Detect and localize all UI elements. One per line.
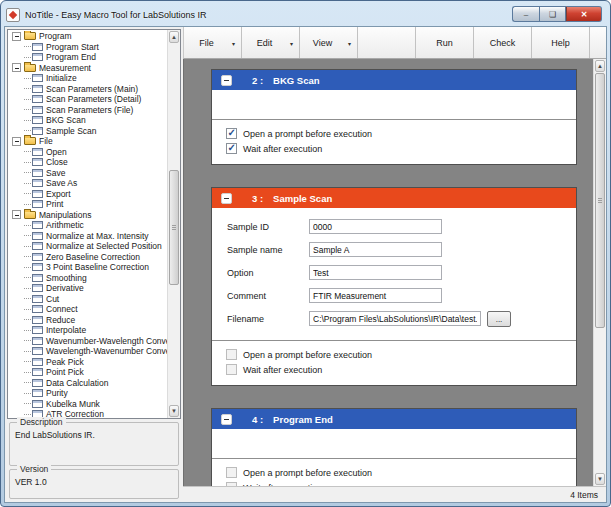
tree-item-reduce[interactable]: Reduce (11, 315, 167, 326)
tree-scrollbar-thumb[interactable] (169, 170, 179, 285)
tree-item-derivative[interactable]: Derivative (11, 283, 167, 294)
tree-item-point-pick[interactable]: Point Pick (11, 367, 167, 378)
maximize-button[interactable]: ❏ (539, 6, 566, 22)
main-scrollbar-thumb[interactable] (595, 73, 605, 328)
wait-after-execution-checkbox[interactable] (226, 143, 237, 154)
tree-item-peak-pick[interactable]: Peak Pick (11, 357, 167, 368)
scroll-up-icon[interactable]: ▲ (595, 60, 605, 72)
toolbar-check-button[interactable]: Check (474, 27, 532, 58)
tree-item-interpolate[interactable]: Interpolate (11, 325, 167, 336)
tree-item-3-point-baseline-correction[interactable]: 3 Point Baseline Correction (11, 262, 167, 273)
minimize-button[interactable]: – (512, 6, 539, 22)
toolbar-edit-button[interactable]: Edit▾ (242, 27, 300, 58)
tree-item-cut[interactable]: Cut (11, 294, 167, 305)
tree-item-wavelength-wavenumber-convert[interactable]: Wavelength-Wavenumber Convert (11, 346, 167, 357)
field-label: Comment (227, 291, 309, 301)
collapse-expander-icon[interactable] (12, 137, 21, 146)
open-a-prompt-before-execution-checkbox[interactable] (226, 349, 237, 360)
scroll-down-icon[interactable]: ▼ (595, 473, 605, 485)
tree-item-measurement[interactable]: Measurement (11, 63, 167, 74)
tree-item-bkg-scan[interactable]: BKG Scan (11, 115, 167, 126)
wait-after-execution-checkbox[interactable] (226, 482, 237, 486)
tree-connector (24, 46, 31, 47)
toolbar-view-button[interactable]: View▾ (300, 27, 358, 58)
tree-item-smoothing[interactable]: Smoothing (11, 273, 167, 284)
section-sample-scan: 3 :Sample ScanSample IDSample nameOption… (211, 187, 577, 386)
tree-item-connect[interactable]: Connect (11, 304, 167, 315)
main-scrollbar[interactable]: ▲ ▼ (593, 59, 606, 486)
dropdown-arrow-icon[interactable]: ▾ (348, 39, 351, 46)
close-button[interactable]: ✕ (566, 6, 602, 22)
tree-item-save[interactable]: Save (11, 168, 167, 179)
macro-item-icon (32, 116, 43, 124)
field-label: Sample ID (227, 222, 309, 232)
comment-input[interactable] (309, 288, 442, 303)
tree-item-normalize-at-selected-position[interactable]: Normalize at Selected Position (11, 241, 167, 252)
browse-button[interactable]: ... (487, 311, 511, 327)
tree-item-initialize[interactable]: Initialize (11, 73, 167, 84)
tree-item-print[interactable]: Print (11, 199, 167, 210)
titlebar[interactable]: NoTitle - Easy Macro Tool for LabSolutio… (4, 4, 607, 26)
collapse-button[interactable] (221, 193, 232, 204)
macro-item-icon (32, 326, 43, 334)
tree-item-normalize-at-max-intensity[interactable]: Normalize at Max. Intensity (11, 231, 167, 242)
tree-item-purity[interactable]: Purity (11, 388, 167, 399)
tree-item-label: Measurement (39, 63, 91, 73)
tree-scrollbar[interactable]: ▲ ▼ (167, 30, 180, 418)
section-header[interactable]: 4 :Program End (212, 409, 576, 429)
tree-item-open[interactable]: Open (11, 147, 167, 158)
checkbox-row: Wait after execution (226, 141, 576, 156)
checkbox-row: Open a prompt before execution (226, 126, 576, 141)
scroll-down-icon[interactable]: ▼ (169, 405, 179, 417)
collapse-expander-icon[interactable] (12, 63, 21, 72)
dropdown-arrow-icon[interactable]: ▾ (290, 39, 293, 46)
macro-item-icon (32, 263, 43, 271)
dropdown-arrow-icon[interactable]: ▾ (232, 39, 235, 46)
tree-connector (24, 277, 31, 278)
tree-item-kubelka-munk[interactable]: Kubelka Munk (11, 399, 167, 410)
collapse-button[interactable] (221, 414, 232, 425)
open-a-prompt-before-execution-checkbox[interactable] (226, 467, 237, 478)
option-input[interactable] (309, 265, 442, 280)
collapse-expander-icon[interactable] (12, 210, 21, 219)
wait-after-execution-checkbox[interactable] (226, 364, 237, 375)
tree-item-sample-scan[interactable]: Sample Scan (11, 126, 167, 137)
tree-connector (24, 88, 31, 89)
open-a-prompt-before-execution-checkbox[interactable] (226, 128, 237, 139)
tree-item-program[interactable]: Program (11, 31, 167, 42)
tree-item-manipulations[interactable]: Manipulations (11, 210, 167, 221)
tree-connector (24, 78, 31, 79)
tree-item-close[interactable]: Close (11, 157, 167, 168)
form-row-comment: Comment (227, 284, 576, 307)
tree-item-program-end[interactable]: Program End (11, 52, 167, 63)
toolbar-file-button[interactable]: File▾ (184, 27, 242, 58)
sample-name-input[interactable] (309, 242, 442, 257)
tree-item-zero-baseline-correction[interactable]: Zero Baseline Correction (11, 252, 167, 263)
tree-item-export[interactable]: Export (11, 189, 167, 200)
tree-item-wavenumber-wavelength-convert[interactable]: Wavenumber-Wavelength Convert (11, 336, 167, 347)
section-title: BKG Scan (273, 75, 319, 86)
tree-connector (24, 361, 31, 362)
filename-input[interactable] (309, 311, 481, 326)
tree-item-label: Point Pick (46, 367, 84, 377)
tree-item-arithmetic[interactable]: Arithmetic (11, 220, 167, 231)
section-header[interactable]: 2 :BKG Scan (212, 70, 576, 90)
collapse-expander-icon[interactable] (12, 32, 21, 41)
tree-item-scan-parameters-main[interactable]: Scan Parameters (Main) (11, 84, 167, 95)
section-options: Open a prompt before executionWait after… (212, 119, 576, 164)
scroll-up-icon[interactable]: ▲ (169, 31, 179, 43)
sample-id-input[interactable] (309, 219, 442, 234)
toolbar-help-button[interactable]: Help (532, 27, 590, 58)
tree-item-label: Scan Parameters (File) (46, 105, 133, 115)
toolbar-label: File (199, 38, 214, 48)
tree-item-scan-parameters-detail[interactable]: Scan Parameters (Detail) (11, 94, 167, 105)
collapse-button[interactable] (221, 75, 232, 86)
toolbar-run-button[interactable]: Run (416, 27, 474, 58)
section-header[interactable]: 3 :Sample Scan (212, 188, 576, 208)
tree-connector (24, 183, 31, 184)
tree-item-file[interactable]: File (11, 136, 167, 147)
tree-item-scan-parameters-file[interactable]: Scan Parameters (File) (11, 105, 167, 116)
tree-item-program-start[interactable]: Program Start (11, 42, 167, 53)
tree-item-save-as[interactable]: Save As (11, 178, 167, 189)
tree-item-data-calculation[interactable]: Data Calculation (11, 378, 167, 389)
